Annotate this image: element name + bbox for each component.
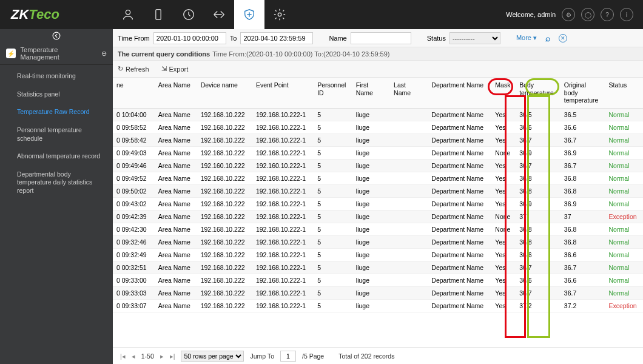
sidebar-item[interactable]: Temperature Raw Record — [0, 103, 113, 121]
welcome-text: Welcome, admin — [506, 11, 556, 18]
total-pages: /5 Page — [302, 352, 324, 360]
nav-personnel-icon[interactable] — [113, 0, 143, 29]
nav-health-icon[interactable] — [234, 0, 264, 29]
cell: None — [491, 223, 516, 235]
column-header[interactable]: Body temperature — [516, 78, 561, 108]
cell: Area Name — [155, 286, 197, 299]
logo: ZKTeco — [0, 7, 113, 22]
cell: Area Name — [155, 108, 197, 121]
column-header[interactable]: Department Name — [428, 78, 491, 108]
cell: Department Name — [428, 121, 491, 133]
jump-input[interactable] — [280, 351, 296, 362]
cell: Area Name — [155, 223, 197, 235]
cell: 192.160.10.222-1 — [252, 159, 314, 172]
help-icon[interactable]: ? — [601, 8, 614, 21]
cell: Department Name — [428, 286, 491, 299]
cell: Area Name — [155, 121, 197, 133]
cell: Normal — [605, 261, 644, 274]
column-header[interactable]: First Name — [352, 78, 390, 108]
table-row[interactable]: 0 09:49:46Area Name192.160.10.222192.160… — [113, 159, 643, 172]
cell: 5 — [314, 133, 352, 146]
column-header[interactable]: Area Name — [155, 78, 197, 108]
table-row[interactable]: 0 09:42:39Area Name192.168.10.222192.168… — [113, 210, 643, 223]
nav-settings-icon[interactable] — [264, 0, 295, 29]
table-row[interactable]: 0 09:49:03Area Name192.168.10.222192.168… — [113, 146, 643, 159]
next-page-button[interactable]: ▸ — [160, 352, 164, 360]
column-header[interactable]: Last Name — [390, 78, 428, 108]
info-icon[interactable]: i — [620, 8, 633, 21]
table-row[interactable]: 0 00:32:51Area Name192.168.10.222192.168… — [113, 261, 643, 274]
table-row[interactable]: 0 09:32:49Area Name192.168.10.222192.168… — [113, 248, 643, 261]
table-wrap[interactable]: neArea NameDevice nameEvent PointPersonn… — [113, 78, 643, 347]
table-row[interactable]: 0 10:04:00Area Name192.168.10.222192.168… — [113, 108, 643, 121]
time-from-label: Time From — [118, 35, 150, 42]
cell: Yes — [491, 121, 516, 133]
first-page-button[interactable]: |◂ — [120, 352, 126, 360]
column-header[interactable]: Device name — [197, 78, 252, 108]
table-row[interactable]: 0 09:49:52Area Name192.168.10.222192.168… — [113, 172, 643, 184]
cell: 192.168.10.222-1 — [252, 197, 314, 210]
name-input[interactable] — [351, 32, 411, 44]
column-header[interactable]: Event Point — [252, 78, 314, 108]
table-row[interactable]: 0 09:58:42Area Name192.168.10.222192.168… — [113, 133, 643, 146]
table-row[interactable]: 0 09:33:03Area Name192.168.10.222192.168… — [113, 286, 643, 299]
refresh-button[interactable]: ↻Refresh — [118, 65, 149, 73]
cell: liuge — [352, 184, 390, 197]
search-icon[interactable]: ⌕ — [545, 33, 550, 43]
column-header[interactable]: Status — [605, 78, 644, 108]
time-from-input[interactable] — [153, 32, 226, 44]
table-row[interactable]: 0 09:33:07Area Name192.168.10.222192.168… — [113, 299, 643, 312]
cell: 192.168.10.222 — [197, 108, 252, 121]
clear-icon[interactable]: ✕ — [559, 34, 567, 42]
nav-device-icon[interactable] — [143, 0, 173, 29]
column-header[interactable]: Original body temperature — [561, 78, 605, 108]
table-row[interactable]: 0 09:42:30Area Name192.168.10.222192.168… — [113, 223, 643, 235]
last-page-button[interactable]: ▸| — [170, 352, 175, 360]
nav-time-icon[interactable] — [173, 0, 204, 29]
cell: Department Name — [428, 108, 491, 121]
cell: Department Name — [428, 146, 491, 159]
cell: 36.6 — [516, 248, 561, 261]
cell — [390, 235, 428, 248]
cell: 36.7 — [516, 286, 561, 299]
sidebar-header[interactable]: ⚡ Temperature Management ⊖ — [0, 42, 113, 65]
cell: 192.168.10.222 — [197, 146, 252, 159]
export-button[interactable]: ⇲Export — [161, 65, 189, 73]
sidebar-item[interactable]: Personnel temperature schedule — [0, 121, 113, 147]
time-to-input[interactable] — [240, 32, 313, 44]
table-row[interactable]: 0 09:43:02Area Name192.168.10.222192.168… — [113, 197, 643, 210]
column-header[interactable]: Personnel ID — [314, 78, 352, 108]
sidebar-item[interactable]: Departmental body temperature daily stat… — [0, 166, 113, 200]
sidebar-item[interactable]: Statistics panel — [0, 86, 113, 104]
column-header[interactable]: Mask — [491, 78, 516, 108]
table-row[interactable]: 0 09:50:02Area Name192.168.10.222192.168… — [113, 184, 643, 197]
settings-small-icon[interactable]: ⚙ — [562, 8, 575, 21]
table-row[interactable]: 0 09:32:46Area Name192.168.10.222192.168… — [113, 235, 643, 248]
cell: 5 — [314, 223, 352, 235]
cell: Yes — [491, 159, 516, 172]
prev-page-button[interactable]: ◂ — [132, 352, 135, 360]
sidebar-item[interactable]: Real-time monitoring — [0, 67, 113, 86]
rows-per-page-select[interactable]: 50 rows per page — [181, 351, 244, 362]
nav-access-icon[interactable] — [204, 0, 234, 29]
top-right: Welcome, admin ⚙ ◯ ? i — [506, 8, 643, 21]
cell: liuge — [352, 133, 390, 146]
cell: Normal — [605, 248, 644, 261]
cell — [390, 121, 428, 133]
sidebar-item[interactable]: Abnormal temperature record — [0, 147, 113, 166]
more-link[interactable]: More ▾ — [516, 34, 537, 42]
user-small-icon[interactable]: ◯ — [581, 8, 594, 21]
svg-point-0 — [126, 10, 130, 15]
cell — [390, 172, 428, 184]
table-row[interactable]: 0 09:33:00Area Name192.168.10.222192.168… — [113, 274, 643, 286]
cell: Exception — [605, 210, 644, 223]
status-select[interactable]: ---------- — [449, 32, 500, 44]
cell: 36.7 — [516, 159, 561, 172]
column-header[interactable]: ne — [113, 78, 155, 108]
cell: 36.7 — [561, 261, 605, 274]
cell: Area Name — [155, 248, 197, 261]
table-row[interactable]: 0 09:58:52Area Name192.168.10.222192.168… — [113, 121, 643, 133]
cell: 0 09:49:46 — [113, 159, 155, 172]
collapse-button[interactable] — [0, 29, 113, 42]
toolbar: ↻Refresh ⇲Export — [113, 61, 643, 78]
